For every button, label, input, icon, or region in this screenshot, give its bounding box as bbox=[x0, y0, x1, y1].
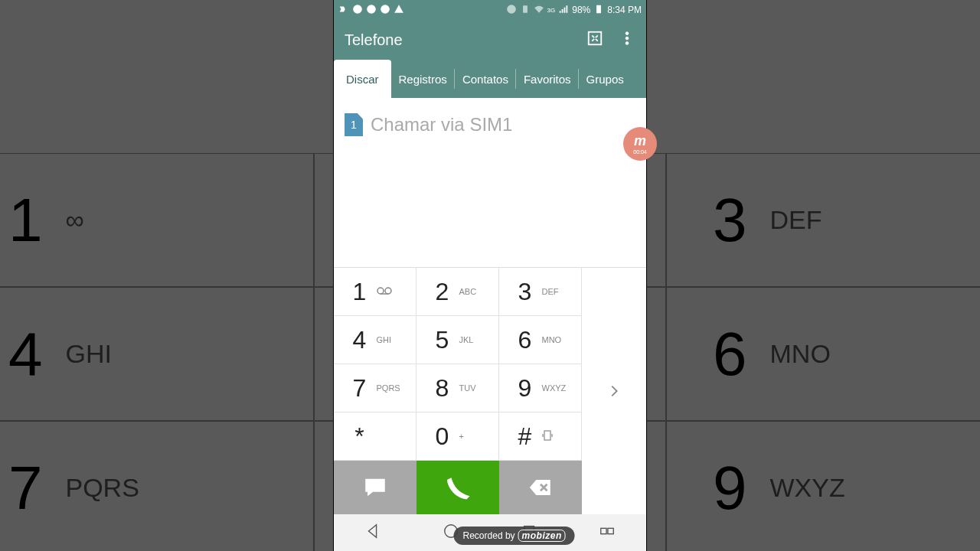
svg-rect-6 bbox=[589, 32, 602, 45]
key-#[interactable]: # bbox=[499, 412, 582, 461]
svg-point-10 bbox=[377, 288, 384, 294]
status-bar: 3G 98% 8:34 PM bbox=[334, 0, 646, 20]
wifi-icon bbox=[534, 4, 544, 17]
key-2[interactable]: 2ABC bbox=[416, 268, 499, 316]
app-title: Telefone bbox=[345, 31, 403, 49]
recorder-overlay-icon[interactable]: m 00:04 bbox=[623, 127, 657, 161]
expand-keypad-button[interactable] bbox=[582, 268, 646, 514]
collapse-icon[interactable] bbox=[586, 30, 603, 50]
backspace-button[interactable] bbox=[499, 461, 582, 514]
key-1[interactable]: 1 bbox=[334, 268, 416, 316]
svg-point-3 bbox=[507, 5, 516, 14]
tab-grupos[interactable]: Grupos bbox=[579, 60, 632, 98]
key-9[interactable]: 9WXYZ bbox=[499, 364, 582, 412]
warning-icon bbox=[394, 4, 404, 17]
app-icon bbox=[366, 4, 377, 17]
action-row bbox=[334, 461, 582, 514]
svg-point-9 bbox=[626, 42, 629, 45]
key-0[interactable]: 0+ bbox=[416, 412, 499, 461]
tab-bar: DiscarRegistrosContatosFavoritosGrupos bbox=[334, 60, 646, 98]
number-display[interactable]: 1 Chamar via SIM1 m 00:04 bbox=[334, 98, 646, 267]
overflow-menu-icon[interactable] bbox=[619, 30, 635, 50]
app-bar: Telefone bbox=[334, 20, 646, 60]
network-type: 3G bbox=[547, 7, 556, 14]
tab-favoritos[interactable]: Favoritos bbox=[516, 60, 579, 98]
key-3[interactable]: 3DEF bbox=[499, 268, 582, 316]
svg-point-2 bbox=[381, 5, 390, 14]
nav-back-button[interactable] bbox=[364, 523, 381, 543]
bluetooth-icon bbox=[506, 4, 517, 17]
dial-placeholder: Chamar via SIM1 bbox=[371, 114, 512, 135]
vibrate-icon bbox=[520, 4, 531, 17]
key-4[interactable]: 4GHI bbox=[334, 316, 416, 364]
svg-point-0 bbox=[353, 5, 362, 14]
system-nav-bar: Recorded by mobizen bbox=[334, 514, 646, 551]
sim-badge[interactable]: 1 bbox=[345, 113, 363, 136]
key-*[interactable]: * bbox=[334, 412, 416, 461]
notification-icon bbox=[338, 4, 349, 17]
dial-keypad: 12ABC3DEF4GHI5JKL6MNO7PQRS8TUV9WXYZ*0+# bbox=[334, 268, 582, 461]
phone-frame: 3G 98% 8:34 PM Telefone DiscarRegistrosC… bbox=[334, 0, 646, 551]
battery-pct: 98% bbox=[572, 5, 590, 15]
sim-switch-icon bbox=[542, 430, 567, 442]
app-icon bbox=[352, 4, 363, 17]
percent-icon bbox=[380, 4, 390, 17]
tab-registros[interactable]: Registros bbox=[391, 60, 455, 98]
key-6[interactable]: 6MNO bbox=[499, 316, 582, 364]
battery-icon bbox=[593, 4, 604, 17]
key-7[interactable]: 7PQRS bbox=[334, 364, 416, 412]
recorded-by-banner: Recorded by mobizen bbox=[454, 527, 575, 545]
call-button[interactable] bbox=[416, 461, 499, 514]
svg-point-1 bbox=[367, 5, 376, 14]
clock: 8:34 PM bbox=[607, 5, 642, 15]
tab-contatos[interactable]: Contatos bbox=[455, 60, 516, 98]
svg-rect-5 bbox=[596, 5, 601, 13]
key-8[interactable]: 8TUV bbox=[416, 364, 499, 412]
svg-rect-4 bbox=[523, 5, 528, 12]
message-button[interactable] bbox=[334, 461, 416, 514]
svg-point-8 bbox=[626, 37, 629, 40]
voicemail-icon bbox=[377, 287, 401, 296]
mobizen-logo: mobizen bbox=[518, 530, 566, 542]
svg-point-7 bbox=[626, 32, 629, 35]
tab-discar[interactable]: Discar bbox=[334, 60, 391, 98]
svg-rect-13 bbox=[544, 431, 550, 440]
nav-dual-button[interactable] bbox=[599, 523, 616, 543]
svg-point-11 bbox=[385, 288, 391, 294]
key-5[interactable]: 5JKL bbox=[416, 316, 499, 364]
svg-rect-16 bbox=[601, 528, 606, 533]
signal-icon bbox=[558, 4, 569, 17]
svg-rect-17 bbox=[608, 528, 613, 533]
